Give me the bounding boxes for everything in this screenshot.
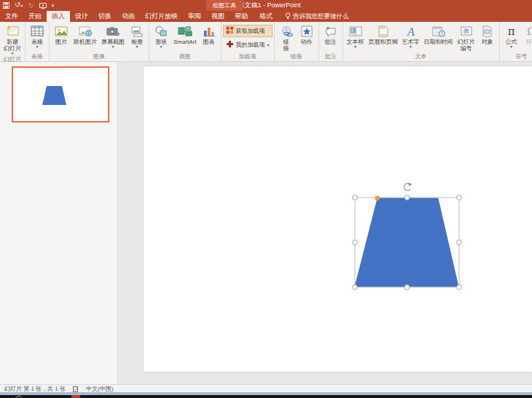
ribbon-tab-row: 文件 开始 插入 设计 切换 动画 幻灯片放映 审阅 视图 帮助 格式 告诉我您… [0,11,532,22]
shape-adjust-handle[interactable] [375,196,380,200]
resize-handle-top-center[interactable] [404,195,410,200]
redo-icon[interactable]: ↻ [28,0,34,11]
online-pictures-button[interactable]: 联机图片 [71,23,99,52]
tab-home[interactable]: 开始 [23,11,47,22]
shapes-label: 形状 [155,39,167,49]
trapezoid-shape-selection[interactable] [343,171,481,299]
ribbon-group-symbols: π 公式 Ω 符号 符号 [500,22,532,61]
chart-button[interactable]: 图表 [199,23,219,52]
wordart-icon: A [404,24,418,39]
tab-design[interactable]: 设计 [70,11,93,22]
equation-label: 公式 [506,39,517,49]
link-icon [280,24,293,39]
window-title: 演示文稿1 - PowerPoint [0,0,532,11]
tab-help[interactable]: 帮助 [230,11,253,22]
equation-pi-icon: π [508,24,515,39]
table-icon [31,24,44,39]
comment-label: 批注 [325,39,337,45]
language-status[interactable]: 中文(中国) [86,385,113,393]
chart-icon [203,24,216,39]
group-label-symbols: 符号 [501,52,532,61]
screenshot-button[interactable]: 屏幕截图 [99,23,127,52]
pictures-button[interactable]: 图片 [51,23,71,52]
tab-file[interactable]: 文件 [0,11,23,22]
tell-me-label: 告诉我您想要做什么 [293,12,349,21]
tab-view[interactable]: 视图 [206,11,230,22]
tab-format[interactable]: 格式 [254,11,278,22]
my-addins-button[interactable]: 我的加载项 ▾ [223,39,273,51]
textbox-button[interactable]: A 文本框 [345,23,367,52]
get-addins-button[interactable]: 获取加载项 [223,25,273,37]
tab-animations[interactable]: 动画 [117,11,140,22]
resize-handle-middle-right[interactable] [457,240,462,245]
resize-handle-top-left[interactable] [353,195,358,200]
wordart-button[interactable]: A 艺术字 [400,23,422,52]
table-button[interactable]: 表格 [27,23,47,52]
get-addins-icon [226,26,234,36]
smartart-label: SmartArt [173,39,197,45]
ribbon-group-images: 图片 联机图片 屏幕截图 [50,22,149,61]
comment-icon [324,24,337,39]
tab-transitions[interactable]: 切换 [93,11,117,22]
my-addins-icon [226,40,234,50]
online-pictures-label: 联机图片 [74,39,97,45]
windows-taskbar [0,395,532,398]
photo-album-button[interactable]: 相册 [127,23,147,52]
tab-review[interactable]: 审阅 [183,11,206,22]
customize-qat-icon[interactable]: ▾ [52,0,55,11]
online-picture-icon [79,24,92,39]
symbol-omega-icon: Ω [527,24,532,39]
table-label: 表格 [31,39,43,49]
tell-me-box[interactable]: 告诉我您想要做什么 [285,11,349,22]
shapes-button[interactable]: 形状 [151,23,171,52]
my-addins-label: 我的加载项 [236,41,265,49]
ribbon-group-addins: 获取加载项 我的加载项 ▾ 加载项 [222,22,275,61]
object-label: 对象 [482,39,493,45]
header-footer-label: 页眉和页脚 [369,39,398,45]
rotate-handle-icon[interactable] [404,183,412,191]
new-slide-icon [6,24,19,39]
powerpoint-window: ↺▾ ↻ ▾ 演示文稿1 - PowerPoint 绘图工具 文件 开始 插入 … [0,0,532,398]
smartart-icon [178,24,192,39]
link-label-1: 链 [283,39,289,45]
new-slide-button[interactable]: 新建 幻灯片 [1,23,23,55]
resize-handle-bottom-left[interactable] [353,285,358,290]
ribbon-group-illustrations: 形状 SmartArt 图表 插图 [149,22,222,61]
comment-button[interactable]: 批注 [321,23,341,52]
smartart-button[interactable]: SmartArt [171,23,199,52]
slide-number-button[interactable]: # 幻灯片 编号 [455,23,477,52]
equation-button[interactable]: π 公式 [501,23,522,52]
date-time-button[interactable]: 日期和时间 [422,23,455,52]
date-time-icon [432,24,445,39]
action-button[interactable]: 动作 [297,23,317,52]
tab-slideshow[interactable]: 幻灯片放映 [140,11,183,22]
undo-icon[interactable]: ↺▾ [15,0,23,12]
resize-handle-bottom-center[interactable] [404,285,410,290]
save-icon[interactable] [3,2,9,9]
wordart-label: 艺术字 [402,39,420,49]
trapezoid-shape[interactable] [355,198,458,286]
ribbon-group-slides: 新建 幻灯片 幻灯片 [0,22,26,61]
group-label-images: 图像 [51,52,147,61]
lightbulb-icon [285,12,291,21]
resize-handle-bottom-right[interactable] [457,285,462,290]
taskbar-powerpoint-icon[interactable] [71,395,80,398]
tab-insert[interactable]: 插入 [47,11,70,22]
slide-1-thumbnail[interactable] [12,66,109,122]
header-footer-button[interactable]: 页眉和页脚 [367,23,400,52]
group-label-links: 链接 [276,52,317,61]
start-slideshow-icon[interactable] [39,3,47,9]
photo-album-label: 相册 [131,39,143,49]
group-label-comments: 批注 [321,52,341,61]
slide-thumbnail-panel[interactable] [0,62,118,384]
resize-handle-middle-left[interactable] [353,240,358,245]
ribbon-group-tables: 表格 表格 [26,22,50,61]
textbox-label: 文本框 [347,39,364,49]
chart-label: 图表 [203,39,215,45]
header-footer-icon [378,24,388,39]
drawing-tools-header: 绘图工具 [206,0,243,11]
resize-handle-top-right[interactable] [457,195,462,200]
link-button[interactable]: 链 接 [276,23,297,52]
action-label: 动作 [301,39,313,45]
object-button[interactable]: 对象 [477,23,498,52]
